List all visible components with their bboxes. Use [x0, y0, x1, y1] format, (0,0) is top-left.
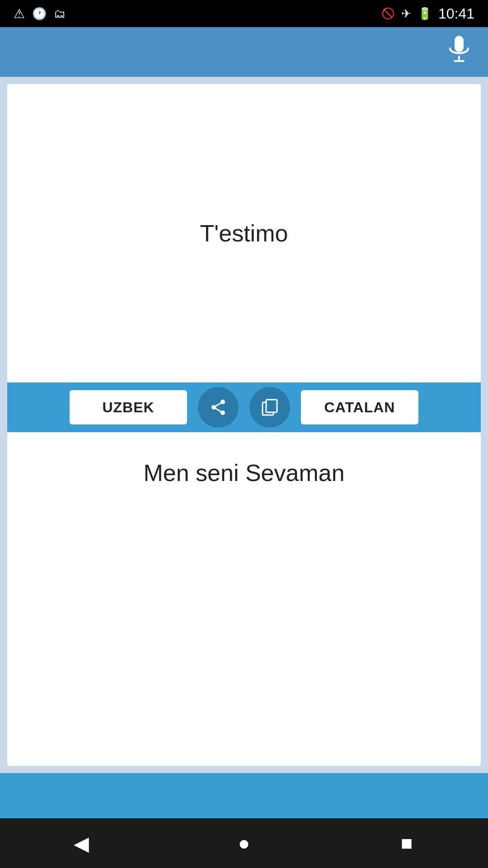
clock-icon: 🕐: [32, 7, 47, 21]
copy-button[interactable]: [249, 387, 290, 428]
nav-bar: ◀ ● ■: [0, 818, 488, 868]
warning-icon: ⚠: [14, 6, 25, 21]
sd-card-icon: 🗂: [54, 7, 66, 21]
status-time: 10:41: [438, 5, 474, 22]
source-language-button[interactable]: UZBEK: [70, 390, 187, 425]
bottom-strip: [0, 773, 488, 818]
svg-line-7: [214, 407, 223, 413]
recent-apps-button[interactable]: ■: [389, 825, 425, 861]
toolbar: UZBEK CATALAN: [7, 382, 481, 432]
app-bar: [0, 27, 488, 77]
target-text: Men seni Sevaman: [143, 459, 344, 486]
target-language-button[interactable]: CATALAN: [301, 390, 418, 425]
main-content: T'estimo UZBEK CATALAN Men seni Sevaman: [0, 77, 488, 773]
home-button[interactable]: ●: [226, 825, 262, 861]
target-text-box[interactable]: Men seni Sevaman: [7, 432, 481, 766]
svg-rect-9: [266, 400, 277, 412]
source-text: T'estimo: [200, 220, 288, 247]
svg-line-6: [214, 402, 223, 407]
status-left-icons: ⚠ 🕐 🗂: [14, 6, 66, 21]
share-button[interactable]: [198, 387, 239, 428]
airplane-icon: ✈: [401, 7, 411, 21]
back-button[interactable]: ◀: [63, 825, 99, 861]
sim-icon: 🚫: [381, 7, 395, 20]
status-right-icons: 🚫 ✈ 🔋 10:41: [381, 5, 474, 22]
status-bar: ⚠ 🕐 🗂 🚫 ✈ 🔋 10:41: [0, 0, 488, 27]
svg-rect-0: [455, 36, 464, 52]
source-text-box[interactable]: T'estimo: [7, 84, 481, 382]
battery-icon: 🔋: [418, 7, 432, 21]
microphone-icon[interactable]: [448, 36, 470, 68]
